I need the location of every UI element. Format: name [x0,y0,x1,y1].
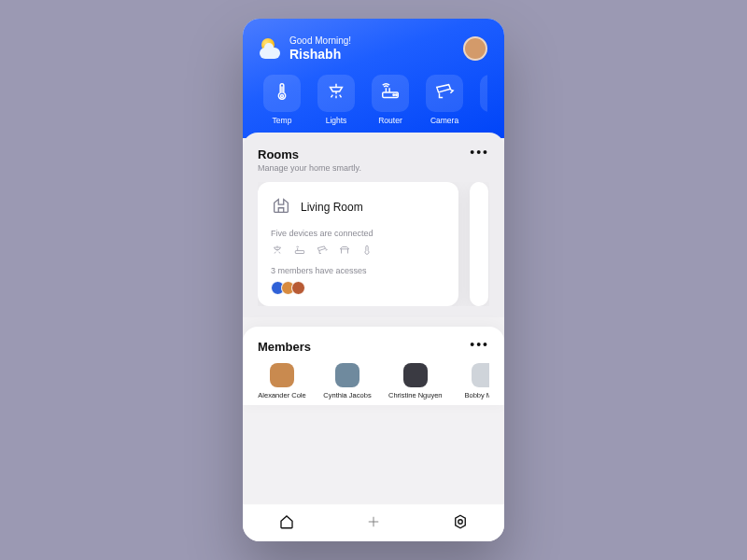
svg-point-0 [281,94,284,97]
rooms-title: Rooms [258,147,361,161]
members-title: Members [258,340,311,354]
svg-rect-4 [295,250,303,253]
rooms-section-head: Rooms Manage your home smartly. ••• [258,147,489,173]
app-screen: Good Morning! Rishabh Temp Lights [243,19,504,541]
room-cards: Living Room Five devices are connected 3… [258,182,489,306]
device-tile-temp[interactable]: Temp [260,75,304,125]
member-face [403,363,428,387]
members-section-head: Members ••• [258,340,489,354]
member-avatar [291,281,305,295]
room-device-icons [271,244,445,257]
device-tile-next[interactable]: Fi [476,75,487,125]
rooms-panel: Rooms Manage your home smartly. ••• Livi… [243,133,504,317]
thermometer-icon [272,81,292,105]
device-label: Lights [326,116,347,125]
member-item[interactable]: Christine Nguyen [388,363,443,399]
device-tile-lights[interactable]: Lights [314,75,359,125]
header: Good Morning! Rishabh Temp Lights [243,19,504,138]
svg-point-2 [393,94,394,95]
greeting-block: Good Morning! Rishabh [289,35,454,62]
device-row: Temp Lights Router Camera [260,75,487,125]
member-name: Cynthia Jacobs [323,391,371,399]
svg-point-5 [458,519,463,524]
room-member-text: 3 members have acesses [271,266,445,275]
living-room-icon [271,195,291,219]
member-name: Christine Nguyen [388,391,443,399]
member-item[interactable]: Alexander Cole [258,363,306,399]
add-button[interactable] [365,513,382,534]
avatar[interactable] [463,36,487,61]
members-panel: Members ••• Alexander Cole Cynthia Jacob… [243,327,504,405]
table-icon [338,244,351,257]
light-icon [326,81,346,105]
rooms-subtitle: Manage your home smartly. [258,163,361,173]
username-text: Rishabh [289,47,454,62]
camera-icon [316,244,329,257]
device-tile-camera[interactable]: Camera [422,75,467,125]
device-label: Camera [430,116,458,125]
room-card-living-room[interactable]: Living Room Five devices are connected 3… [258,182,458,306]
device-label: Router [378,116,402,125]
thermometer-icon [360,244,374,257]
settings-nut-icon[interactable] [452,513,469,534]
member-name: Bobby Marti [465,391,489,399]
member-face [335,363,359,387]
weather-icon [260,38,280,59]
router-icon [380,81,401,105]
camera-icon [434,81,455,105]
device-tile-router[interactable]: Router [368,75,413,125]
member-item[interactable]: Bobby Marti [459,363,489,399]
member-face [472,363,489,387]
room-name: Living Room [301,201,363,214]
members-row: Alexander Cole Cynthia Jacobs Christine … [258,363,489,399]
svg-point-3 [396,94,397,95]
member-name: Alexander Cole [258,391,305,399]
router-icon [293,244,306,257]
greeting-text: Good Morning! [289,35,454,47]
member-item[interactable]: Cynthia Jacobs [323,363,372,399]
room-device-text: Five devices are connected [271,229,445,238]
rooms-more-button[interactable]: ••• [470,147,489,157]
home-icon[interactable] [278,513,295,534]
member-face [270,363,294,387]
light-icon [271,244,284,257]
bottom-nav [243,504,504,541]
header-top: Good Morning! Rishabh [260,35,487,62]
device-label: Temp [273,116,292,125]
members-more-button[interactable]: ••• [470,340,489,349]
room-member-avatars [271,281,445,295]
room-card-next[interactable] [470,182,488,306]
